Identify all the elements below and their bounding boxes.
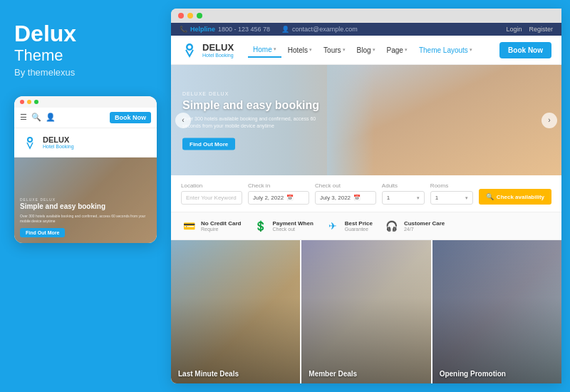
search-icon: 🔍 [486, 193, 494, 200]
book-now-button[interactable]: Book Now [499, 42, 551, 58]
mobile-nav-icons: ☰ 🔍 👤 [20, 113, 104, 122]
checkin-label: Check in [248, 182, 309, 189]
mobile-nav: ☰ 🔍 👤 Book Now [14, 108, 157, 128]
phone-info: 📞 Helpline 1800 - 123 456 78 [180, 26, 270, 33]
feature-customer-care: 🎧 Customer Care 24/7 [384, 218, 445, 234]
checkout-calendar-icon: 📅 [353, 195, 361, 201]
email-address: contact@example.com [292, 26, 358, 33]
deal-last-minute[interactable]: Last Minute Deals [171, 240, 300, 383]
mobile-logo-area: DELUX Hotel Booking [14, 128, 157, 158]
checkout-input[interactable]: July 3, 2022 📅 [315, 191, 376, 205]
checkin-calendar-icon: 📅 [286, 195, 294, 201]
checkout-value: July 3, 2022 [320, 195, 351, 201]
slider-next-button[interactable]: › [542, 113, 557, 128]
mobile-logo-sub: Hotel Booking [43, 144, 74, 149]
customer-care-icon: 🎧 [384, 218, 400, 234]
location-label: Location [181, 182, 242, 189]
hero-content: DELUXE DELUX Simple and easy booking Ove… [182, 91, 325, 150]
search-icon[interactable]: 🔍 [31, 113, 41, 122]
hero-people-image [327, 65, 561, 175]
hero-slider: DELUXE DELUX Simple and easy booking Ove… [171, 65, 561, 175]
deal-last-minute-label: Last Minute Deals [178, 370, 239, 378]
brand-subtitle: Theme [14, 46, 157, 65]
feature-customer-care-title: Customer Care [404, 220, 445, 227]
deal-last-minute-overlay [171, 240, 300, 383]
helpline-label: Helpline [190, 26, 215, 33]
hero-small-label: DELUXE DELUX [182, 91, 325, 96]
brand-by: By themelexus [14, 67, 157, 78]
adults-label: Adults [382, 182, 425, 189]
credit-card-icon: 💳 [181, 218, 197, 234]
booking-form: Location Enter Your Keyword Check in Jul… [171, 175, 561, 212]
slider-prev-button[interactable]: ‹ [175, 113, 191, 128]
browser-dot-green[interactable] [197, 13, 202, 19]
browser-content: 📞 Helpline 1800 - 123 456 78 👤 contact@e… [171, 23, 561, 383]
feature-no-credit-title: No Credit Card [201, 220, 241, 227]
feature-payment-subtitle: Check out [272, 227, 313, 232]
hero-desc: Over 300 hotels available booking and co… [182, 115, 325, 130]
mobile-dots [14, 96, 157, 108]
payment-icon: 💲 [252, 218, 268, 234]
check-avail-label: Check availability [497, 194, 544, 200]
feature-best-price-subtitle: Guarantee [345, 227, 373, 232]
register-link[interactable]: Register [529, 26, 553, 33]
mobile-book-now-button[interactable]: Book Now [110, 112, 151, 123]
hero-find-out-more-button[interactable]: Find Out More [182, 138, 235, 150]
nav-tours[interactable]: Tours ▾ [318, 43, 350, 57]
deal-member-overlay [301, 240, 430, 383]
info-bar-right: Login Register [506, 26, 553, 33]
deal-member-label: Member Deals [309, 370, 357, 378]
rooms-value: 1 [435, 195, 438, 201]
mobile-hero: DELUXE DELUX Simple and easy booking Ove… [14, 158, 157, 243]
checkin-input[interactable]: July 2, 2022 📅 [248, 191, 309, 205]
mobile-logo-icon [21, 134, 38, 151]
nav-page[interactable]: Page ▾ [382, 43, 413, 57]
nav-hotels[interactable]: Hotels ▾ [283, 43, 317, 57]
browser-dot-red[interactable] [178, 13, 184, 19]
hero-title: Simple and easy booking [182, 98, 325, 111]
email-info: 👤 contact@example.com [281, 26, 358, 33]
adults-chevron-icon: ▾ [417, 195, 420, 201]
login-link[interactable]: Login [506, 26, 522, 33]
check-availability-button[interactable]: 🔍 Check availability [479, 189, 551, 205]
nav-blog[interactable]: Blog ▾ [352, 43, 380, 57]
brand-title: Delux [14, 21, 157, 46]
mobile-dot-red [20, 100, 24, 104]
nav-theme-layouts[interactable]: Theme Layouts ▾ [414, 43, 477, 57]
rooms-label: Rooms [430, 182, 473, 189]
adults-value: 1 [387, 195, 390, 201]
feature-payment-text: Payment When Check out [272, 220, 313, 232]
feature-no-credit-text: No Credit Card Require [201, 220, 241, 232]
mobile-hero-overlay: DELUXE DELUX Simple and easy booking Ove… [14, 158, 157, 243]
checkout-label: Check out [315, 182, 376, 189]
feature-no-credit-card: 💳 No Credit Card Require [181, 218, 241, 234]
checkin-field: Check in July 2, 2022 📅 [248, 182, 309, 205]
feature-customer-care-subtitle: 24/7 [404, 227, 445, 232]
feature-no-credit-subtitle: Require [201, 227, 241, 232]
nav-home[interactable]: Home ▾ [248, 43, 281, 58]
user-icon[interactable]: 👤 [46, 113, 56, 122]
feature-payment: 💲 Payment When Check out [252, 218, 313, 234]
adults-select[interactable]: 1 ▾ [382, 191, 425, 205]
adults-field: Adults 1 ▾ [382, 182, 425, 205]
mobile-logo-text: DELUX [43, 135, 74, 144]
feature-customer-care-text: Customer Care 24/7 [404, 220, 445, 232]
mobile-hero-title: Simple and easy booking [20, 202, 151, 211]
main-nav: DELUX Hotel Booking Home ▾ Hotels ▾ Tour… [171, 36, 561, 65]
rooms-select[interactable]: 1 ▾ [430, 191, 473, 205]
menu-icon[interactable]: ☰ [20, 113, 27, 122]
right-panel: 📞 Helpline 1800 - 123 456 78 👤 contact@e… [171, 9, 561, 383]
browser-chrome [171, 9, 561, 23]
location-field: Location Enter Your Keyword [181, 182, 242, 205]
feature-best-price-text: Best Price Guarantee [345, 220, 373, 232]
deal-opening[interactable]: Opening Promotion [432, 240, 561, 383]
feature-best-price: ✈ Best Price Guarantee [325, 218, 373, 234]
browser-dot-yellow[interactable] [187, 13, 193, 19]
best-price-icon: ✈ [325, 218, 341, 234]
location-input[interactable]: Enter Your Keyword [181, 191, 242, 205]
deal-member[interactable]: Member Deals [300, 240, 432, 383]
hero-people-bg [327, 65, 561, 175]
nav-logo-sub: Hotel Booking [202, 53, 234, 58]
mobile-find-out-more-button[interactable]: Find Out More [20, 228, 65, 237]
deal-opening-overlay [432, 240, 561, 383]
